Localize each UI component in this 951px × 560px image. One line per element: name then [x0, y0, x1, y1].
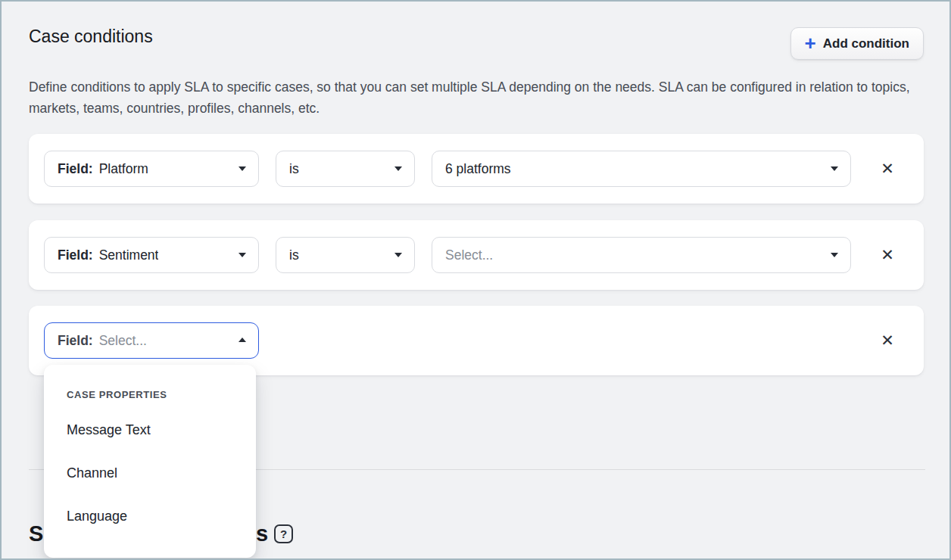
dropdown-group-label: CASE PROPERTIES — [67, 389, 167, 400]
operator-select-value: is — [289, 247, 299, 263]
next-section-heading-fragment: S — [29, 521, 43, 546]
chevron-down-icon — [831, 253, 838, 257]
remove-condition-button[interactable]: ✕ — [871, 152, 904, 185]
plus-icon: + — [805, 33, 816, 53]
sla-case-conditions-panel: Case conditions + Add condition Define c… — [0, 0, 951, 560]
close-icon: ✕ — [881, 246, 894, 264]
close-icon: ✕ — [881, 160, 894, 178]
field-select-label: Field: — [58, 161, 93, 177]
remove-condition-button[interactable]: ✕ — [871, 324, 904, 357]
add-condition-button[interactable]: + Add condition — [790, 27, 924, 60]
field-select-label: Field: — [58, 333, 93, 349]
field-select[interactable]: Field: Platform — [44, 151, 259, 187]
dropdown-item-channel[interactable]: Channel — [67, 465, 233, 481]
value-select-placeholder: Select... — [445, 247, 493, 263]
value-select-value: 6 platforms — [445, 161, 511, 177]
next-section-heading-fragment: s — [256, 521, 268, 546]
help-icon[interactable]: ? — [274, 524, 293, 543]
condition-row: Field: Platform is 6 platforms ✕ — [29, 134, 924, 204]
field-select-placeholder: Select... — [99, 333, 147, 349]
dropdown-item-message-text[interactable]: Message Text — [67, 422, 233, 438]
operator-select[interactable]: is — [276, 237, 415, 273]
dropdown-item-language[interactable]: Language — [67, 508, 233, 524]
field-select[interactable]: Field: Sentiment — [44, 237, 259, 273]
section-description: Define conditions to apply SLA to specif… — [29, 77, 912, 119]
field-select-label: Field: — [58, 247, 93, 263]
field-select-value: Sentiment — [99, 247, 159, 263]
condition-row: Field: Sentiment is Select... ✕ — [29, 220, 924, 290]
operator-select-value: is — [289, 161, 299, 177]
chevron-down-icon — [239, 253, 246, 257]
operator-select[interactable]: is — [276, 151, 415, 187]
page-title: Case conditions — [29, 26, 153, 47]
close-icon: ✕ — [881, 331, 894, 350]
field-select-open[interactable]: Field: Select... — [44, 322, 259, 359]
remove-condition-button[interactable]: ✕ — [871, 238, 904, 272]
chevron-down-icon — [239, 166, 246, 171]
chevron-down-icon — [394, 166, 402, 171]
chevron-down-icon — [394, 253, 402, 257]
add-condition-label: Add condition — [823, 36, 909, 51]
field-select-value: Platform — [99, 161, 148, 177]
chevron-up-icon — [239, 338, 246, 342]
chevron-down-icon — [831, 166, 838, 171]
value-select[interactable]: 6 platforms — [432, 151, 851, 187]
value-select[interactable]: Select... — [432, 237, 851, 273]
field-dropdown-menu: CASE PROPERTIES Message Text Channel Lan… — [44, 365, 256, 558]
